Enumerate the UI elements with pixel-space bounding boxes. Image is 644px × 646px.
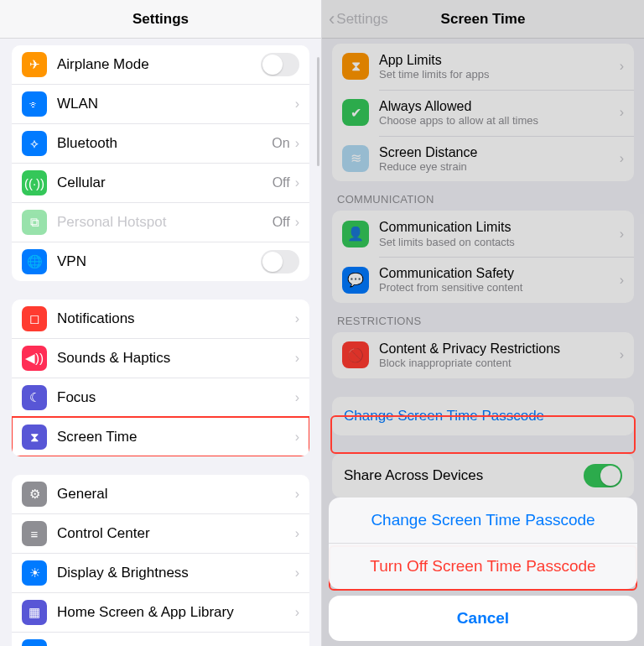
share-toggle[interactable] — [584, 464, 622, 487]
row-label: Cellular — [57, 175, 273, 191]
settings-scroll[interactable]: ✈Airplane ModeᯤWLAN›⟡BluetoothOn›((·))Ce… — [0, 39, 321, 646]
detail-header: ‹ Settings Screen Time — [322, 0, 644, 39]
settings-row-wlan[interactable]: ᯤWLAN› — [12, 84, 309, 123]
check-shield-icon: ✔ — [342, 99, 369, 126]
chevron-right-icon: › — [620, 59, 624, 74]
chevron-right-icon: › — [295, 136, 299, 151]
detail-row-app-limits[interactable]: ⧗App LimitsSet time limits for apps› — [332, 44, 634, 90]
settings-row-general[interactable]: ⚙General› — [12, 475, 309, 513]
settings-row-notifications[interactable]: ◻Notifications› — [12, 300, 309, 338]
row-subtitle: Choose apps to allow at all times — [379, 114, 620, 128]
speaker-icon: ◀)) — [22, 346, 47, 371]
row-text: App LimitsSet time limits for apps — [379, 52, 620, 81]
settings-row-home-screen-app-library[interactable]: ▦Home Screen & App Library› — [12, 592, 309, 632]
vpn-toggle[interactable] — [261, 250, 299, 274]
chevron-right-icon: › — [295, 605, 299, 620]
chevron-right-icon: › — [295, 215, 299, 230]
sheet-cancel[interactable]: Cancel — [329, 596, 637, 641]
sheet-change-passcode[interactable]: Change Screen Time Passcode — [329, 498, 637, 543]
row-label: WLAN — [57, 96, 290, 112]
chevron-right-icon: › — [295, 311, 299, 326]
row-value: Off — [273, 215, 290, 230]
row-label: Home Screen & App Library — [57, 604, 295, 621]
globe-icon: 🌐 — [22, 249, 47, 274]
bluetooth-icon: ⟡ — [22, 131, 47, 156]
settings-row-airplane-mode[interactable]: ✈Airplane Mode — [12, 45, 309, 84]
detail-row-communication-limits[interactable]: 👤Communication LimitsSet limits based on… — [332, 211, 634, 257]
settings-row-sounds-haptics[interactable]: ◀))Sounds & Haptics› — [12, 338, 309, 378]
row-label: Control Center — [57, 525, 295, 542]
row-subtitle: Block inappropriate content — [379, 357, 620, 370]
settings-row-personal-hotspot: ⧉Personal HotspotOff› — [12, 202, 309, 242]
row-label: Notifications — [57, 310, 295, 327]
sun-icon: ☀ — [22, 560, 47, 586]
row-label: Personal Hotspot — [57, 214, 273, 231]
row-subtitle: Set limits based on contacts — [379, 236, 620, 249]
row-title: Screen Distance — [379, 144, 620, 160]
row-label: Bluetooth — [57, 135, 272, 152]
chevron-right-icon: › — [295, 96, 299, 112]
row-title: Communication Limits — [379, 219, 620, 235]
airplane-mode-toggle[interactable] — [261, 53, 299, 76]
detail-row-always-allowed[interactable]: ✔Always AllowedChoose apps to allow at a… — [332, 90, 634, 136]
action-sheet-options: Change Screen Time Passcode Turn Off Scr… — [329, 498, 637, 589]
row-text: Content & Privacy RestrictionsBlock inap… — [379, 341, 620, 370]
row-value: On — [272, 136, 289, 151]
row-label: Screen Time — [57, 429, 295, 445]
back-button[interactable]: ‹ Settings — [329, 0, 388, 38]
chevron-right-icon: › — [295, 430, 299, 445]
settings-row-control-center[interactable]: ≡Control Center› — [12, 513, 309, 553]
chevron-right-icon: › — [620, 273, 624, 288]
settings-row-vpn[interactable]: 🌐VPN — [12, 242, 309, 281]
scrollbar-thumb[interactable] — [317, 57, 319, 166]
hourglass-icon: ⧗ — [22, 425, 47, 450]
chevron-right-icon: › — [295, 351, 299, 366]
settings-row-screen-time[interactable]: ⧗Screen Time› — [12, 417, 309, 456]
row-title: Communication Safety — [379, 265, 620, 281]
row-label: VPN — [57, 253, 261, 270]
row-text: Screen DistanceReduce eye strain — [379, 144, 620, 174]
row-subtitle: Set time limits for apps — [379, 68, 620, 81]
wifi-icon: ᯤ — [22, 91, 47, 117]
row-label: General — [57, 486, 295, 503]
sheet-turn-off-passcode[interactable]: Turn Off Screen Time Passcode — [329, 543, 637, 589]
antenna-icon: ((·)) — [22, 170, 47, 195]
person-icon: 👤 — [342, 221, 369, 247]
gear-icon: ⚙ — [22, 482, 47, 507]
action-sheet: Change Screen Time Passcode Turn Off Scr… — [329, 498, 637, 641]
row-title: App Limits — [379, 52, 620, 68]
row-value: Off — [273, 175, 290, 190]
settings-row-bluetooth[interactable]: ⟡BluetoothOn› — [12, 123, 309, 163]
detail-row-screen-distance[interactable]: ≋Screen DistanceReduce eye strain› — [332, 136, 634, 182]
chevron-right-icon: › — [295, 526, 299, 541]
detail-group: 👤Communication LimitsSet limits based on… — [332, 211, 634, 303]
chevron-right-icon: › — [295, 487, 299, 502]
settings-row-focus[interactable]: ☾Focus› — [12, 378, 309, 417]
detail-pane: ‹ Settings Screen Time ⧗App LimitsSet ti… — [322, 0, 644, 646]
settings-title: Settings — [132, 11, 189, 28]
switches-icon: ≡ — [22, 521, 47, 546]
settings-header: Settings — [0, 0, 321, 39]
row-label: Sounds & Haptics — [57, 350, 295, 367]
detail-row-communication-safety[interactable]: 💬Communication SafetyProtect from sensit… — [332, 257, 634, 303]
chevron-right-icon: › — [620, 105, 624, 120]
settings-row-cellular[interactable]: ((·))CellularOff› — [12, 163, 309, 202]
change-passcode-link[interactable]: Change Screen Time Passcode — [332, 397, 634, 435]
section-header: RESTRICTIONS — [332, 303, 634, 332]
row-text: Always AllowedChoose apps to allow at al… — [379, 98, 620, 128]
detail-group: ⧗App LimitsSet time limits for apps›✔Alw… — [332, 44, 634, 181]
settings-row-accessibility[interactable]: ◉Accessibility› — [12, 632, 309, 646]
detail-row-content-privacy[interactable]: 🚫Content & Privacy RestrictionsBlock ina… — [332, 332, 634, 378]
back-label: Settings — [336, 11, 387, 28]
detail-group: 🚫Content & Privacy RestrictionsBlock ina… — [332, 332, 634, 378]
chevron-right-icon: › — [620, 151, 624, 166]
settings-group: ⚙General›≡Control Center›☀Display & Brig… — [12, 475, 309, 646]
share-across-devices-row[interactable]: Share Across Devices — [332, 454, 634, 498]
row-text: Communication SafetyProtect from sensiti… — [379, 265, 620, 294]
accessibility-icon: ◉ — [22, 639, 47, 646]
row-label: Airplane Mode — [57, 56, 261, 73]
row-label: Display & Brightness — [57, 565, 295, 581]
distance-icon: ≋ — [342, 145, 369, 172]
moon-icon: ☾ — [22, 385, 47, 410]
settings-row-display-brightness[interactable]: ☀Display & Brightness› — [12, 553, 309, 592]
